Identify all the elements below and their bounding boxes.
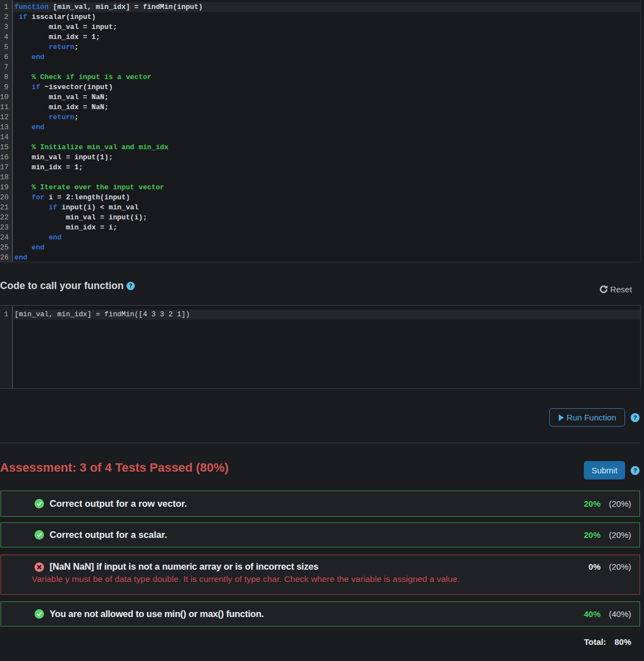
svg-text:?: ?	[129, 283, 132, 289]
svg-text:?: ?	[633, 414, 637, 421]
svg-text:?: ?	[633, 467, 637, 474]
